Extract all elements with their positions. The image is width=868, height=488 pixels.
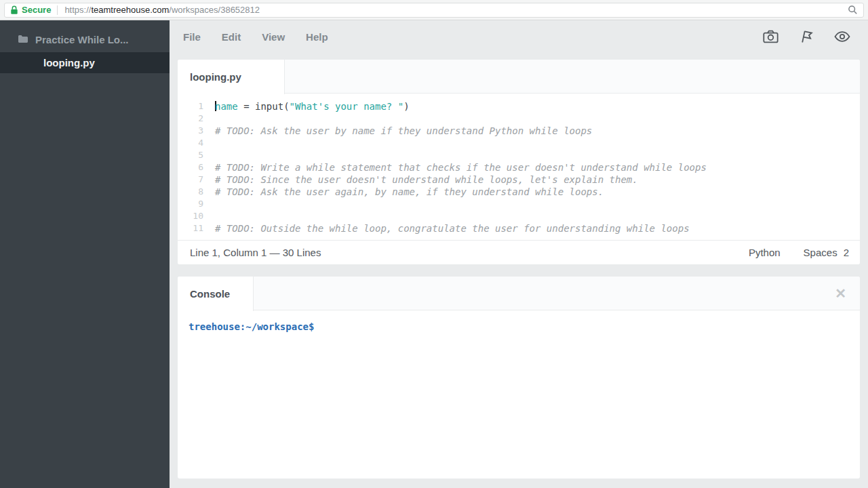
tab-looping-py[interactable]: looping.py <box>178 60 285 94</box>
line-number: 1 <box>178 100 203 113</box>
code-line[interactable]: 3# TODO: Ask the user by name if they un… <box>178 125 860 137</box>
console-panel: Console ✕ treehouse:~/workspace$ <box>178 277 860 479</box>
line-number: 10 <box>178 210 203 222</box>
code-line[interactable]: 4 <box>178 137 860 149</box>
line-content: name = input("What's your name? ") <box>215 100 410 113</box>
url-bar[interactable]: Secure https://teamtreehouse.com/workspa… <box>4 3 864 18</box>
line-number: 7 <box>178 174 203 186</box>
code-lines: 1name = input("What's your name? ")23# T… <box>178 100 860 235</box>
tab-console[interactable]: Console <box>178 277 254 311</box>
line-content: # TODO: Ask the user again, by name, if … <box>215 186 604 198</box>
console-output[interactable]: treehouse:~/workspace$ <box>178 310 860 343</box>
code-line[interactable]: 2 <box>178 113 860 125</box>
sidebar-item-looping-py[interactable]: looping.py <box>0 52 170 73</box>
code-token-string: "What's your name? " <box>290 101 404 112</box>
indent-value: 2 <box>844 247 849 258</box>
code-token-comment: # TODO: Ask the user again, by name, if … <box>215 186 604 197</box>
url-domain: teamtreehouse.com <box>91 5 169 15</box>
editor-panel: looping.py 1name = input("What's your na… <box>178 60 860 264</box>
code-token-plain: ) <box>403 101 409 112</box>
code-line[interactable]: 5 <box>178 149 860 161</box>
code-line[interactable]: 9 <box>178 198 860 210</box>
code-line[interactable]: 1name = input("What's your name? ") <box>178 100 860 113</box>
url-text: https://teamtreehouse.com/workspaces/386… <box>64 5 260 15</box>
menu-view[interactable]: View <box>262 31 285 43</box>
folder-icon <box>18 34 28 45</box>
url-path: /workspaces/38652812 <box>169 5 260 15</box>
terminal-prompt: treehouse:~/workspace$ <box>189 321 849 332</box>
browser-chrome: Secure https://teamtreehouse.com/workspa… <box>0 0 868 20</box>
eye-icon[interactable] <box>834 31 850 42</box>
file-sidebar: Practice While Lo... looping.py <box>0 20 170 488</box>
code-token-comment: # TODO: Since the user doesn't understan… <box>215 174 638 185</box>
zoom-icon[interactable] <box>848 5 858 15</box>
code-token-comment: # TODO: Outside the while loop, congratu… <box>215 223 690 234</box>
camera-icon[interactable] <box>763 30 778 43</box>
code-editor[interactable]: 1name = input("What's your name? ")23# T… <box>178 94 860 240</box>
cursor-position: Line 1, Column 1 — 30 Lines <box>190 247 321 258</box>
workspace-name: Practice While Lo... <box>35 34 129 45</box>
code-line[interactable]: 10 <box>178 210 860 222</box>
line-number: 5 <box>178 149 203 161</box>
workspace-header[interactable]: Practice While Lo... <box>0 29 170 49</box>
console-tabstrip: Console ✕ <box>178 277 860 310</box>
line-number: 4 <box>178 137 203 149</box>
line-content: # TODO: Ask the user by name if they und… <box>215 125 592 137</box>
fork-icon[interactable] <box>800 30 813 44</box>
code-token-variable: name <box>215 101 238 112</box>
prompt-symbol: $ <box>309 321 314 332</box>
menu-bar: File Edit View Help <box>178 20 860 53</box>
code-line[interactable]: 8# TODO: Ask the user again, by name, if… <box>178 186 860 198</box>
line-number: 3 <box>178 125 203 137</box>
language-indicator[interactable]: Python <box>749 247 781 258</box>
indent-label: Spaces <box>804 247 837 258</box>
prompt-path: ~/workspace <box>245 321 309 332</box>
line-content: # TODO: Since the user doesn't understan… <box>215 174 638 186</box>
secure-label: Secure <box>22 5 51 15</box>
indent-indicator[interactable]: Spaces 2 <box>804 247 849 258</box>
url-separator <box>57 5 58 15</box>
code-line[interactable]: 11# TODO: Outside the while loop, congra… <box>178 222 860 235</box>
prompt-user: treehouse <box>189 321 240 332</box>
code-line[interactable]: 6# TODO: Write a while statement that ch… <box>178 161 860 174</box>
lock-icon <box>10 5 18 15</box>
close-icon[interactable]: ✕ <box>835 285 846 302</box>
line-content: # TODO: Outside the while loop, congratu… <box>215 222 690 235</box>
menu-file[interactable]: File <box>183 31 201 43</box>
line-number: 8 <box>178 186 203 198</box>
code-token-comment: # TODO: Ask the user by name if they und… <box>215 125 592 136</box>
file-name: looping.py <box>43 57 95 68</box>
line-number: 9 <box>178 198 203 210</box>
line-number: 11 <box>178 222 203 235</box>
url-scheme: https:// <box>64 5 91 15</box>
editor-tabstrip: looping.py <box>178 60 860 94</box>
line-number: 2 <box>178 113 203 125</box>
code-token-plain: = input( <box>238 101 290 112</box>
line-number: 6 <box>178 161 203 174</box>
code-token-comment: # TODO: Write a while statement that che… <box>215 162 707 173</box>
line-content: # TODO: Write a while statement that che… <box>215 161 707 174</box>
editor-statusbar: Line 1, Column 1 — 30 Lines Python Space… <box>178 240 860 264</box>
menu-edit[interactable]: Edit <box>222 31 241 43</box>
code-line[interactable]: 7# TODO: Since the user doesn't understa… <box>178 174 860 186</box>
menu-help[interactable]: Help <box>306 31 328 43</box>
